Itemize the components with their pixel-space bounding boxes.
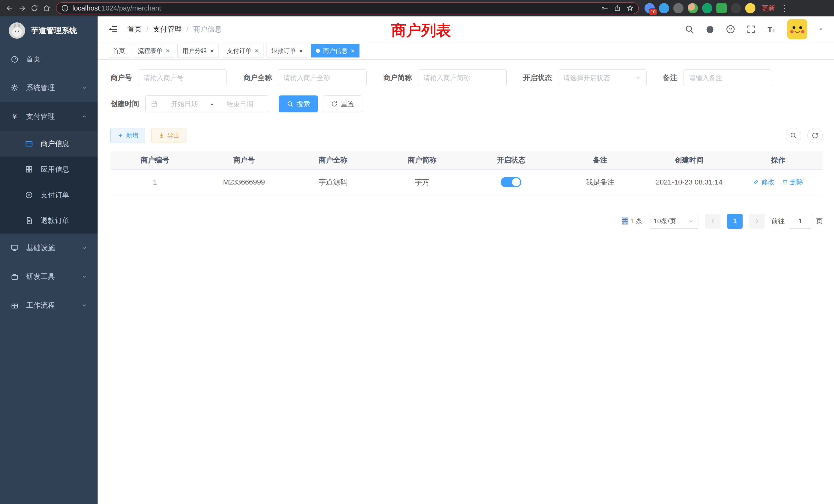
extension-icon-6[interactable] xyxy=(717,3,727,13)
app-logo[interactable]: 芋道管理系统 xyxy=(0,17,97,45)
reset-button[interactable]: 重置 xyxy=(323,95,362,112)
app-title: 芋道管理系统 xyxy=(31,25,77,36)
dashboard-icon xyxy=(10,55,19,63)
breadcrumb-home[interactable]: 首页 xyxy=(127,24,142,34)
sidebar-item-pay-order[interactable]: 支付订单 xyxy=(0,182,97,208)
remark-input[interactable] xyxy=(683,69,772,86)
bookmark-star-icon[interactable] xyxy=(627,5,634,12)
close-icon[interactable]: × xyxy=(351,47,355,54)
toggle-search-button[interactable] xyxy=(786,128,801,143)
close-icon[interactable]: × xyxy=(299,47,303,54)
sidebar-item-devtools[interactable]: 研发工具 xyxy=(0,262,97,291)
extension-icon-1[interactable]: 10 xyxy=(644,3,655,13)
sidebar-item-merchant-info[interactable]: 商户信息 xyxy=(0,131,97,157)
merchant-no-input[interactable] xyxy=(138,69,227,86)
edit-icon xyxy=(753,179,759,185)
extension-icon-4[interactable] xyxy=(688,3,698,13)
browser-home-icon[interactable] xyxy=(41,2,53,14)
close-icon[interactable]: × xyxy=(255,47,258,54)
document-icon xyxy=(25,216,34,225)
next-page-button[interactable] xyxy=(749,214,765,229)
close-icon[interactable]: × xyxy=(210,47,214,54)
tags-view-bar: 首页 流程表单× 用户分组× 支付订单× 退款订单× 商户信息× xyxy=(97,42,834,60)
chevron-left-icon xyxy=(710,218,716,224)
chevron-down-icon xyxy=(688,218,694,224)
svg-text:?: ? xyxy=(729,26,732,32)
goto-page-input[interactable] xyxy=(789,214,812,229)
export-button[interactable]: 导出 xyxy=(152,128,186,143)
cell-merchant-id: 1 xyxy=(110,169,199,195)
cell-short-name: 芋艿 xyxy=(377,169,466,195)
close-icon[interactable]: × xyxy=(166,47,170,54)
password-key-icon[interactable] xyxy=(601,5,608,12)
browser-menu-icon[interactable]: ⋮ xyxy=(778,3,791,13)
refresh-table-button[interactable] xyxy=(807,128,823,143)
prev-page-button[interactable] xyxy=(705,214,721,229)
cell-full-name: 芋道源码 xyxy=(289,169,378,195)
user-avatar[interactable] xyxy=(787,19,807,39)
status-toggle[interactable] xyxy=(501,177,521,187)
sidebar-item-app-info[interactable]: 应用信息 xyxy=(0,157,97,182)
fullscreen-icon[interactable] xyxy=(746,24,756,34)
font-size-icon[interactable]: TT xyxy=(767,24,776,34)
yen-icon: ¥ xyxy=(10,112,19,121)
col-remark: 备注 xyxy=(556,151,645,169)
toolbox-icon xyxy=(10,273,19,281)
col-merchant-no: 商户号 xyxy=(199,151,289,169)
sidebar-item-workflow[interactable]: 工作流程 xyxy=(0,291,97,320)
status-label: 开启状态 xyxy=(523,73,552,83)
extension-icon-8[interactable] xyxy=(745,3,755,13)
caret-down-icon[interactable] xyxy=(818,26,824,32)
share-icon[interactable] xyxy=(614,5,621,12)
start-date-placeholder: 开始日期 xyxy=(160,99,208,109)
chevron-up-icon xyxy=(81,113,87,120)
pay-submenu: 商户信息 应用信息 支付订单 退款订单 xyxy=(0,131,97,233)
add-button[interactable]: 新增 xyxy=(110,128,145,143)
extension-icon-3[interactable] xyxy=(673,3,683,13)
breadcrumb-separator: / xyxy=(186,25,189,33)
site-info-icon[interactable] xyxy=(61,4,69,12)
full-name-input[interactable] xyxy=(278,69,367,86)
page-size-select[interactable]: 10条/页 xyxy=(649,214,698,229)
tab-user-group[interactable]: 用户分组× xyxy=(177,44,219,58)
short-name-input[interactable] xyxy=(418,69,507,86)
github-icon[interactable] xyxy=(705,24,715,34)
page-number-button[interactable]: 1 xyxy=(727,214,743,229)
tab-merchant-info[interactable]: 商户信息× xyxy=(311,44,359,58)
extension-icon-7[interactable] xyxy=(731,3,741,13)
tab-home[interactable]: 首页 xyxy=(108,44,130,58)
search-icon[interactable] xyxy=(684,24,694,34)
browser-forward-icon[interactable] xyxy=(16,2,28,14)
chevron-down-icon xyxy=(81,274,87,280)
extension-badge: 10 xyxy=(649,8,657,16)
browser-update-button[interactable]: 更新 xyxy=(762,4,775,13)
search-icon xyxy=(790,132,797,139)
sidebar-item-home[interactable]: 首页 xyxy=(0,45,97,73)
sidebar-item-system[interactable]: 系统管理 xyxy=(0,73,97,102)
edit-link[interactable]: 修改 xyxy=(753,178,775,187)
url-text: localhost:1024/pay/merchant xyxy=(72,4,161,12)
svg-text:T: T xyxy=(768,25,772,33)
extension-icon-5[interactable] xyxy=(702,3,712,13)
refresh-icon xyxy=(331,100,338,107)
status-select[interactable]: 请选择开启状态 xyxy=(558,69,646,86)
help-icon[interactable]: ? xyxy=(726,24,736,34)
tab-process-form[interactable]: 流程表单× xyxy=(133,44,174,58)
sidebar-item-pay[interactable]: ¥ 支付管理 xyxy=(0,102,97,131)
breadcrumb-pay[interactable]: 支付管理 xyxy=(153,24,182,34)
sidebar-item-infra[interactable]: 基础设施 xyxy=(0,233,97,262)
sidebar-toggle-icon[interactable] xyxy=(108,24,118,35)
search-button[interactable]: 搜索 xyxy=(279,95,318,112)
create-time-range-picker[interactable]: 开始日期 - 结束日期 xyxy=(145,95,269,112)
sidebar-item-refund-order[interactable]: 退款订单 xyxy=(0,208,97,233)
tab-pay-order[interactable]: 支付订单× xyxy=(222,44,263,58)
browser-reload-icon[interactable] xyxy=(28,2,41,14)
grid-icon xyxy=(25,165,34,174)
delete-link[interactable]: 删除 xyxy=(782,178,804,187)
browser-back-icon[interactable] xyxy=(4,2,16,14)
extension-icon-2[interactable] xyxy=(659,3,669,13)
goto-label: 前往 xyxy=(771,216,785,226)
tab-refund-order[interactable]: 退款订单× xyxy=(266,44,308,58)
target-icon xyxy=(25,191,34,199)
address-bar[interactable]: localhost:1024/pay/merchant xyxy=(56,2,639,14)
